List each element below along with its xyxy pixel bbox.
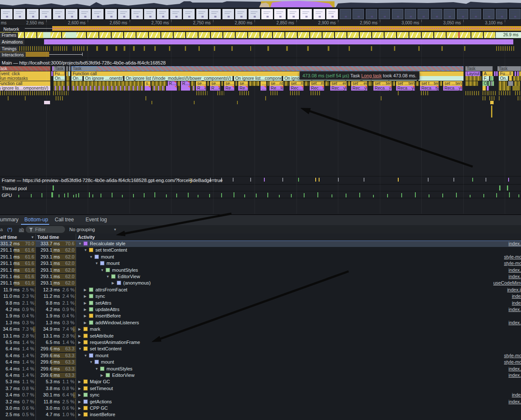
flame-bar[interactable]: R…e — [210, 86, 220, 91]
frame-box[interactable] — [99, 32, 111, 38]
flame-bar[interactable] — [492, 76, 494, 81]
table-row[interactable]: 6.4 ms1.4 %299.6 ms63.3 %▶EditorViewinde… — [0, 372, 521, 379]
flame-bar[interactable]: On…) — [71, 76, 83, 81]
expand-triangle-icon[interactable]: ▶ — [78, 392, 83, 398]
table-row[interactable]: 1.3 ms0.3 %1.3 ms0.3 %▶addWindowListener… — [0, 320, 521, 326]
flame-bar[interactable]: se… — [238, 81, 248, 86]
frame-box[interactable] — [484, 32, 495, 38]
table-row[interactable]: 4.2 ms0.9 %4.2 ms0.9 %▶updateAttrsindex.… — [0, 306, 521, 313]
regex-button[interactable]: (*) — [7, 227, 12, 232]
frame-box[interactable] — [174, 32, 185, 38]
frame-box[interactable] — [149, 32, 160, 38]
flame-bar[interactable]: On ignore list…components\/) — [234, 76, 282, 81]
filmstrip-thumbnail[interactable] — [196, 9, 208, 19]
filmstrip-thumbnail[interactable] — [392, 9, 403, 19]
flame-bar[interactable] — [66, 76, 70, 81]
expand-triangle-icon[interactable]: ▶ — [78, 385, 83, 392]
filmstrip-thumbnail[interactable] — [457, 9, 468, 19]
tab-bottom-up[interactable]: Bottom-up — [24, 217, 48, 223]
frame-box[interactable] — [211, 32, 222, 38]
table-row[interactable]: 3.2 ms0.7 %11.8 ms2.5 %▶getActionsindex.… — [0, 399, 521, 405]
col-self-time[interactable]: Self time — [0, 235, 17, 240]
flame-bar[interactable] — [192, 86, 195, 91]
table-row[interactable]: 9.8 ms2.1 %9.8 ms2.1 %▶setAttrsindex. — [0, 300, 521, 306]
flame-bar[interactable]: set …ent — [330, 81, 347, 86]
flame-bar[interactable]: Re… — [238, 86, 248, 91]
collapse-triangle-icon[interactable]: ▼ — [89, 254, 95, 260]
filmstrip-thumbnail[interactable] — [274, 9, 286, 19]
table-row[interactable]: 3.7 ms0.8 %3.8 ms0.8 %▶setTimeout — [0, 385, 521, 392]
flame-bar[interactable]: set t…tent — [420, 81, 439, 86]
frame-box[interactable] — [236, 32, 247, 38]
flame-bar[interactable] — [69, 66, 71, 71]
filmstrip-thumbnail[interactable] — [222, 9, 234, 19]
expand-triangle-icon[interactable]: ▶ — [84, 300, 89, 306]
source-link[interactable]: style-mod — [504, 254, 521, 260]
column-divider[interactable] — [76, 234, 76, 420]
table-row[interactable]: 3.0 ms0.6 %3.0 ms0.6 %▶CPP GC — [0, 405, 521, 411]
collapse-triangle-icon[interactable]: ▼ — [78, 241, 83, 247]
frame-box[interactable] — [87, 32, 98, 38]
flame-bar[interactable]: Re…e — [224, 86, 234, 91]
source-link[interactable]: index.js — [509, 372, 521, 379]
filmstrip-thumbnail[interactable] — [157, 9, 169, 19]
expand-triangle-icon[interactable]: ▶ — [78, 333, 83, 339]
flame-bar[interactable]: Task — [53, 66, 65, 71]
table-row[interactable]: 291.1 ms61.6 %293.1 ms62.0 %▼set textCon… — [0, 247, 521, 253]
filmstrip-thumbnail[interactable] — [261, 9, 273, 19]
collapse-triangle-icon[interactable]: ▼ — [101, 267, 106, 273]
flame-bar[interactable] — [513, 76, 521, 81]
expand-triangle-icon[interactable]: ▶ — [78, 339, 83, 346]
flame-bar[interactable]: R… — [181, 81, 190, 86]
filmstrip-thumbnail[interactable] — [14, 9, 25, 19]
match-case-button[interactable]: Aa — [0, 227, 3, 232]
flame-bar[interactable] — [181, 86, 190, 91]
table-row[interactable]: 6.4 ms1.4 %299.6 ms63.3 %▼mountstyle-mod — [0, 352, 521, 359]
flame-bar[interactable]: Function call — [0, 81, 50, 86]
flame-bar[interactable] — [514, 81, 520, 86]
filmstrip-thumbnail[interactable] — [287, 9, 299, 19]
flame-bar[interactable] — [152, 86, 165, 91]
source-link[interactable]: style-mod — [504, 260, 521, 267]
table-row[interactable]: 6.4 ms1.4 %299.6 ms63.3 %▼mountStylesind… — [0, 366, 521, 372]
source-link[interactable]: useCodeMirror — [493, 280, 521, 286]
table-row[interactable]: 291.1 ms61.6 %293.1 ms62.0 %▶(anonymous)… — [0, 280, 521, 286]
source-link[interactable]: index.js — [509, 306, 521, 313]
flame-bar[interactable] — [178, 81, 180, 86]
filmstrip-thumbnail[interactable] — [1, 9, 12, 19]
flame-bar[interactable] — [509, 76, 512, 81]
flame-bar[interactable]: n ignore lis…omponents\/) — [0, 86, 50, 91]
frame-box[interactable] — [136, 32, 148, 38]
flame-bar[interactable] — [68, 71, 70, 76]
frame-box[interactable] — [360, 32, 371, 38]
collapse-triangle-icon[interactable]: ▼ — [84, 247, 89, 253]
table-row[interactable]: 34.6 ms7.3 %34.9 ms7.4 %▶mark — [0, 326, 521, 332]
filmstrip-thumbnail[interactable] — [144, 9, 156, 19]
flame-bar[interactable] — [305, 81, 309, 86]
table-row[interactable]: 291.1 ms61.6 %293.1 ms62.0 %▼mountstyle-… — [0, 260, 521, 267]
filmstrip-thumbnail[interactable] — [405, 9, 416, 19]
col-activity[interactable]: Activity — [78, 235, 95, 240]
table-row[interactable]: 6.5 ms1.4 %6.5 ms1.4 %▶requestAnimationF… — [0, 339, 521, 346]
filmstrip-thumbnail[interactable] — [40, 9, 51, 19]
flame-bar[interactable] — [440, 81, 442, 86]
flame-bar[interactable]: Task — [0, 66, 50, 71]
frame-box[interactable] — [124, 32, 136, 38]
flame-bar[interactable]: F…l — [483, 76, 489, 81]
frame-box[interactable] — [323, 32, 334, 38]
network-request-bar[interactable] — [52, 26, 521, 31]
source-link[interactable]: index. — [512, 300, 521, 306]
filmstrip-thumbnail[interactable] — [509, 9, 521, 19]
expand-triangle-icon[interactable]: ▶ — [78, 411, 83, 418]
flame-bar[interactable]: se…nt — [269, 81, 284, 86]
frame-box[interactable] — [186, 32, 198, 38]
flame-bar[interactable]: Layout — [465, 71, 480, 76]
frame-box[interactable] — [273, 32, 284, 38]
flame-bar[interactable] — [51, 71, 53, 76]
frame-box[interactable] — [385, 32, 396, 38]
flame-bar[interactable]: Re…le — [269, 86, 284, 91]
cpu-overview-chart[interactable] — [0, 0, 521, 8]
flame-bar[interactable]: Rec…le — [290, 86, 304, 91]
frame-box[interactable] — [471, 32, 483, 38]
flame-bar[interactable] — [267, 81, 269, 86]
